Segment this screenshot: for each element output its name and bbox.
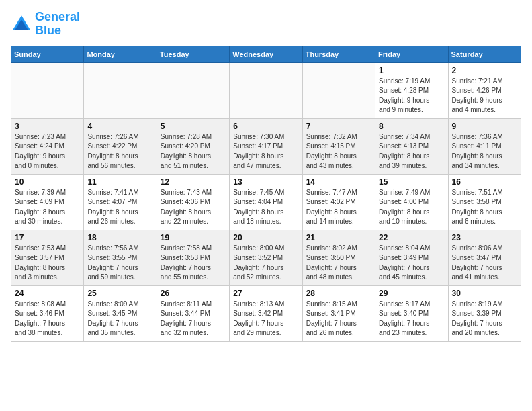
day-info: Sunrise: 7:34 AM Sunset: 4:13 PM Dayligh… <box>379 132 444 171</box>
calendar-cell: 4Sunrise: 7:26 AM Sunset: 4:22 PM Daylig… <box>84 118 157 174</box>
weekday-header: Monday <box>84 46 157 62</box>
calendar-cell: 22Sunrise: 8:04 AM Sunset: 3:49 PM Dayli… <box>375 230 448 285</box>
day-number: 13 <box>233 177 298 187</box>
calendar-cell <box>230 62 302 118</box>
calendar-cell: 29Sunrise: 8:17 AM Sunset: 3:40 PM Dayli… <box>375 285 448 341</box>
day-number: 5 <box>161 122 226 131</box>
day-number: 7 <box>306 122 371 131</box>
weekday-header: Sunday <box>11 46 84 62</box>
day-number: 27 <box>233 289 298 298</box>
day-info: Sunrise: 8:09 AM Sunset: 3:45 PM Dayligh… <box>87 300 152 338</box>
calendar-cell: 5Sunrise: 7:28 AM Sunset: 4:20 PM Daylig… <box>157 118 229 174</box>
day-number: 10 <box>15 177 80 187</box>
day-info: Sunrise: 7:39 AM Sunset: 4:09 PM Dayligh… <box>15 188 80 227</box>
day-number: 17 <box>15 233 80 242</box>
calendar-cell: 10Sunrise: 7:39 AM Sunset: 4:09 PM Dayli… <box>11 174 84 230</box>
calendar-cell: 3Sunrise: 7:23 AM Sunset: 4:24 PM Daylig… <box>11 118 84 174</box>
day-number: 20 <box>233 233 298 242</box>
day-info: Sunrise: 7:56 AM Sunset: 3:55 PM Dayligh… <box>87 244 152 283</box>
day-number: 6 <box>233 122 298 131</box>
day-number: 29 <box>379 289 444 298</box>
logo-icon <box>11 13 32 35</box>
day-number: 11 <box>87 177 152 187</box>
calendar-cell: 19Sunrise: 7:58 AM Sunset: 3:53 PM Dayli… <box>157 230 229 285</box>
day-info: Sunrise: 7:26 AM Sunset: 4:22 PM Dayligh… <box>87 132 152 171</box>
calendar-cell <box>11 62 84 118</box>
calendar-cell: 7Sunrise: 7:32 AM Sunset: 4:15 PM Daylig… <box>302 118 375 174</box>
day-info: Sunrise: 7:23 AM Sunset: 4:24 PM Dayligh… <box>15 132 80 171</box>
calendar-week-row: 24Sunrise: 8:08 AM Sunset: 3:46 PM Dayli… <box>11 285 521 341</box>
day-number: 14 <box>306 177 371 187</box>
day-info: Sunrise: 8:02 AM Sunset: 3:50 PM Dayligh… <box>306 244 371 283</box>
calendar-cell: 2Sunrise: 7:21 AM Sunset: 4:26 PM Daylig… <box>448 62 521 118</box>
day-number: 30 <box>452 289 517 298</box>
calendar-cell: 13Sunrise: 7:45 AM Sunset: 4:04 PM Dayli… <box>230 174 302 230</box>
day-info: Sunrise: 7:49 AM Sunset: 4:00 PM Dayligh… <box>379 188 444 227</box>
day-info: Sunrise: 8:19 AM Sunset: 3:39 PM Dayligh… <box>452 300 517 338</box>
calendar-cell: 24Sunrise: 8:08 AM Sunset: 3:46 PM Dayli… <box>11 285 84 341</box>
calendar-cell <box>302 62 375 118</box>
day-info: Sunrise: 7:32 AM Sunset: 4:15 PM Dayligh… <box>306 132 371 171</box>
calendar-cell: 14Sunrise: 7:47 AM Sunset: 4:02 PM Dayli… <box>302 174 375 230</box>
calendar-cell <box>157 62 229 118</box>
day-number: 12 <box>161 177 226 187</box>
day-number: 21 <box>306 233 371 242</box>
calendar-cell: 25Sunrise: 8:09 AM Sunset: 3:45 PM Dayli… <box>84 285 157 341</box>
day-info: Sunrise: 7:51 AM Sunset: 3:58 PM Dayligh… <box>452 188 517 227</box>
day-info: Sunrise: 7:53 AM Sunset: 3:57 PM Dayligh… <box>15 244 80 283</box>
day-number: 4 <box>87 122 152 131</box>
day-number: 24 <box>15 289 80 298</box>
day-info: Sunrise: 7:43 AM Sunset: 4:06 PM Dayligh… <box>161 188 226 227</box>
day-info: Sunrise: 7:58 AM Sunset: 3:53 PM Dayligh… <box>161 244 226 283</box>
calendar-cell: 20Sunrise: 8:00 AM Sunset: 3:52 PM Dayli… <box>230 230 302 285</box>
calendar-cell: 23Sunrise: 8:06 AM Sunset: 3:47 PM Dayli… <box>448 230 521 285</box>
calendar-cell: 30Sunrise: 8:19 AM Sunset: 3:39 PM Dayli… <box>448 285 521 341</box>
day-number: 15 <box>379 177 444 187</box>
day-number: 16 <box>452 177 517 187</box>
day-info: Sunrise: 7:21 AM Sunset: 4:26 PM Dayligh… <box>452 77 517 116</box>
day-info: Sunrise: 7:41 AM Sunset: 4:07 PM Dayligh… <box>87 188 152 227</box>
day-number: 1 <box>379 66 444 75</box>
calendar-cell: 12Sunrise: 7:43 AM Sunset: 4:06 PM Dayli… <box>157 174 229 230</box>
calendar-cell: 1Sunrise: 7:19 AM Sunset: 4:28 PM Daylig… <box>375 62 448 118</box>
calendar-cell: 15Sunrise: 7:49 AM Sunset: 4:00 PM Dayli… <box>375 174 448 230</box>
day-info: Sunrise: 8:13 AM Sunset: 3:42 PM Dayligh… <box>233 300 298 338</box>
weekday-header: Thursday <box>302 46 375 62</box>
day-number: 25 <box>87 289 152 298</box>
day-number: 19 <box>161 233 226 242</box>
weekday-header: Friday <box>375 46 448 62</box>
calendar-week-row: 3Sunrise: 7:23 AM Sunset: 4:24 PM Daylig… <box>11 118 521 174</box>
day-info: Sunrise: 7:19 AM Sunset: 4:28 PM Dayligh… <box>379 77 444 116</box>
day-number: 28 <box>306 289 371 298</box>
calendar-cell: 21Sunrise: 8:02 AM Sunset: 3:50 PM Dayli… <box>302 230 375 285</box>
calendar-cell: 11Sunrise: 7:41 AM Sunset: 4:07 PM Dayli… <box>84 174 157 230</box>
day-info: Sunrise: 8:04 AM Sunset: 3:49 PM Dayligh… <box>379 244 444 283</box>
calendar-cell: 17Sunrise: 7:53 AM Sunset: 3:57 PM Dayli… <box>11 230 84 285</box>
day-info: Sunrise: 7:28 AM Sunset: 4:20 PM Dayligh… <box>161 132 226 171</box>
calendar-week-row: 10Sunrise: 7:39 AM Sunset: 4:09 PM Dayli… <box>11 174 521 230</box>
day-info: Sunrise: 7:30 AM Sunset: 4:17 PM Dayligh… <box>233 132 298 171</box>
calendar-cell: 18Sunrise: 7:56 AM Sunset: 3:55 PM Dayli… <box>84 230 157 285</box>
day-info: Sunrise: 8:17 AM Sunset: 3:40 PM Dayligh… <box>379 300 444 338</box>
day-info: Sunrise: 8:15 AM Sunset: 3:41 PM Dayligh… <box>306 300 371 338</box>
day-number: 8 <box>379 122 444 131</box>
day-number: 9 <box>452 122 517 131</box>
calendar-cell: 16Sunrise: 7:51 AM Sunset: 3:58 PM Dayli… <box>448 174 521 230</box>
day-info: Sunrise: 7:45 AM Sunset: 4:04 PM Dayligh… <box>233 188 298 227</box>
calendar-cell: 28Sunrise: 8:15 AM Sunset: 3:41 PM Dayli… <box>302 285 375 341</box>
logo: General Blue <box>11 11 80 38</box>
weekday-header: Saturday <box>448 46 521 62</box>
calendar-cell: 8Sunrise: 7:34 AM Sunset: 4:13 PM Daylig… <box>375 118 448 174</box>
day-info: Sunrise: 8:00 AM Sunset: 3:52 PM Dayligh… <box>233 244 298 283</box>
calendar-cell: 6Sunrise: 7:30 AM Sunset: 4:17 PM Daylig… <box>230 118 302 174</box>
calendar: SundayMondayTuesdayWednesdayThursdayFrid… <box>11 46 521 342</box>
day-info: Sunrise: 7:47 AM Sunset: 4:02 PM Dayligh… <box>306 188 371 227</box>
page-header: General Blue <box>11 11 521 38</box>
weekday-header-row: SundayMondayTuesdayWednesdayThursdayFrid… <box>11 46 521 62</box>
calendar-cell: 27Sunrise: 8:13 AM Sunset: 3:42 PM Dayli… <box>230 285 302 341</box>
calendar-cell: 26Sunrise: 8:11 AM Sunset: 3:44 PM Dayli… <box>157 285 229 341</box>
day-number: 22 <box>379 233 444 242</box>
day-number: 2 <box>452 66 517 75</box>
day-info: Sunrise: 8:06 AM Sunset: 3:47 PM Dayligh… <box>452 244 517 283</box>
weekday-header: Wednesday <box>230 46 302 62</box>
